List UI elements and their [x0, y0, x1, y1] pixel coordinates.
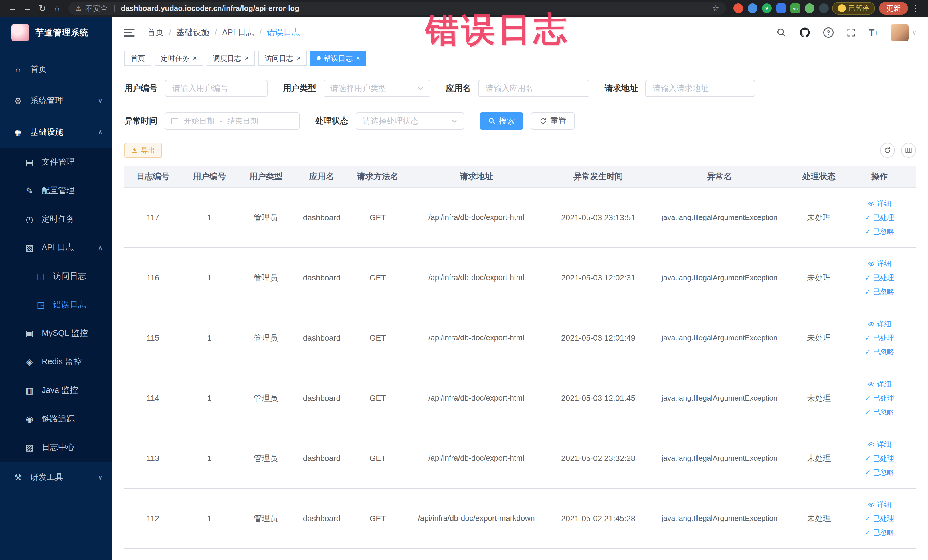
paused-badge[interactable]: 已暂停 [832, 2, 875, 15]
app-logo[interactable]: 芋道管理系统 [0, 17, 112, 49]
cell-app-name: dashboard [295, 368, 349, 428]
cell-user-type: 管理员 [237, 368, 295, 428]
tab-home[interactable]: 首页 [124, 51, 151, 66]
close-icon[interactable]: × [193, 54, 197, 62]
font-size-icon[interactable]: TT [869, 28, 878, 37]
log-center-icon: ▨ [24, 443, 35, 452]
detail-link[interactable]: 详细 [868, 259, 891, 269]
ignored-link[interactable]: ✓已忽略 [865, 528, 894, 537]
detail-link[interactable]: 详细 [868, 500, 891, 509]
search-button[interactable]: 搜索 [479, 112, 524, 130]
sidebar-item-system-management[interactable]: ⚙ 系统管理 ∨ [0, 85, 112, 116]
sidebar-collapse-button[interactable] [124, 29, 135, 37]
processed-link[interactable]: ✓已处理 [865, 213, 894, 222]
user-avatar[interactable]: ∨ [891, 24, 917, 41]
sidebar-item-mysql-monitor[interactable]: ▣ MySQL 监控 [0, 319, 112, 348]
ignored-label: 已忽略 [873, 287, 894, 296]
detail-link[interactable]: 详细 [868, 199, 891, 208]
cell-actions: 详细 ✓已处理 ✓已忽略 [849, 248, 910, 308]
export-button[interactable]: 导出 [124, 143, 162, 158]
close-icon[interactable]: × [297, 54, 301, 62]
sidebar-item-file-management[interactable]: ▤ 文件管理 [0, 148, 112, 176]
process-status-select[interactable]: 请选择处理状态 [356, 112, 464, 130]
extension-icon-6[interactable] [805, 3, 815, 13]
chrome-update-button[interactable]: 更新 [879, 2, 908, 15]
close-icon[interactable]: × [245, 54, 249, 62]
extension-icon-7[interactable] [819, 3, 829, 13]
sidebar-item-trace[interactable]: ◉ 链路追踪 [0, 404, 112, 433]
detail-label: 详细 [877, 259, 891, 269]
reset-button[interactable]: 重置 [531, 112, 575, 130]
check-icon: ✓ [865, 214, 870, 222]
home-button[interactable]: ⌂ [50, 3, 64, 14]
search-icon[interactable] [777, 27, 786, 37]
close-icon[interactable]: × [356, 54, 360, 62]
column-visibility-button[interactable] [901, 143, 916, 158]
tab-access-log[interactable]: 访问日志 × [258, 51, 307, 66]
back-button[interactable]: ← [5, 3, 20, 14]
processed-link[interactable]: ✓已处理 [865, 394, 894, 403]
help-icon[interactable]: ? [823, 27, 833, 38]
extension-icon-3[interactable]: V [762, 3, 772, 13]
detail-link[interactable]: 详细 [868, 319, 891, 329]
extension-icon-1[interactable] [733, 3, 743, 13]
fullscreen-icon[interactable] [847, 28, 856, 37]
sidebar-item-scheduled-jobs[interactable]: ◷ 定时任务 [0, 205, 112, 233]
sidebar-item-redis-monitor[interactable]: ◈ Redis 监控 [0, 348, 112, 376]
ignored-link[interactable]: ✓已忽略 [865, 347, 894, 357]
sidebar-item-error-log[interactable]: ◳ 错误日志 [0, 290, 112, 319]
tab-error-log[interactable]: 错误日志 × [310, 51, 366, 66]
address-bar[interactable]: ⚠ 不安全 dashboard.yudao.iocoder.cn/infra/l… [69, 2, 726, 15]
check-icon: ✓ [865, 288, 870, 296]
check-icon: ✓ [865, 515, 870, 523]
ignored-link[interactable]: ✓已忽略 [865, 407, 894, 417]
extension-icon-4[interactable] [776, 3, 786, 13]
cell-exception-time: 2021-05-03 12:02:31 [546, 248, 650, 308]
tab-scheduled-jobs[interactable]: 定时任务 × [155, 51, 203, 66]
cell-user-type: 管理员 [237, 248, 295, 308]
tab-schedule-log[interactable]: 调度日志 × [206, 51, 255, 66]
breadcrumb-item[interactable]: 首页 [147, 27, 164, 38]
refresh-icon [539, 117, 547, 125]
cell-app-name: dashboard [295, 308, 349, 368]
sidebar-item-java-monitor[interactable]: ▥ Java 监控 [0, 376, 112, 404]
detail-link[interactable]: 详细 [868, 439, 891, 449]
eye-icon [868, 502, 875, 507]
processed-link[interactable]: ✓已处理 [865, 453, 894, 463]
cell-log-id: 112 [124, 489, 182, 548]
caret-down-icon: ∨ [912, 29, 917, 36]
app-name-input[interactable] [478, 80, 589, 97]
processed-link[interactable]: ✓已处理 [865, 514, 894, 523]
cell-method: GET [349, 308, 406, 368]
sidebar-item-config-management[interactable]: ✎ 配置管理 [0, 176, 112, 205]
request-url-input[interactable] [645, 80, 755, 97]
reload-button[interactable]: ↻ [35, 3, 50, 14]
ignored-link[interactable]: ✓已忽略 [865, 227, 894, 236]
breadcrumb-item[interactable]: 基础设施 [176, 27, 209, 38]
refresh-button[interactable] [880, 143, 895, 158]
omnibox-divider [114, 5, 114, 12]
bookmark-star-icon[interactable]: ☆ [712, 4, 719, 13]
extension-icon-5[interactable]: on [791, 3, 800, 13]
user-type-select[interactable]: 请选择用户类型 [324, 80, 430, 97]
sidebar-item-dev-tools[interactable]: ⚒ 研发工具 ∨ [0, 462, 112, 493]
sidebar-item-api-logs[interactable]: ▧ API 日志 ∧ [0, 233, 112, 262]
ignored-link[interactable]: ✓已忽略 [865, 468, 894, 477]
browser-chrome: ← → ↻ ⌂ ⚠ 不安全 dashboard.yudao.iocoder.cn… [0, 0, 928, 17]
user-id-input[interactable] [165, 80, 267, 97]
sidebar-item-home[interactable]: ⌂ 首页 [0, 53, 112, 85]
extension-icon-2[interactable] [748, 3, 757, 13]
ignored-link[interactable]: ✓已忽略 [865, 287, 894, 296]
cell-user-id: 1 [182, 248, 237, 308]
detail-link[interactable]: 详细 [868, 379, 891, 389]
chrome-menu-icon[interactable]: ⋮ [908, 3, 923, 14]
breadcrumb-item[interactable]: API 日志 [222, 27, 254, 38]
sidebar-item-infrastructure[interactable]: ▦ 基础设施 ∧ [0, 116, 112, 148]
forward-button[interactable]: → [20, 3, 35, 14]
sidebar-item-access-log[interactable]: ◲ 访问日志 [0, 262, 112, 290]
processed-link[interactable]: ✓已处理 [865, 273, 894, 282]
exception-time-range-picker[interactable]: 开始日期 - 结束日期 [165, 112, 300, 130]
processed-link[interactable]: ✓已处理 [865, 333, 894, 343]
github-icon[interactable] [799, 27, 810, 38]
sidebar-item-log-center[interactable]: ▨ 日志中心 [0, 433, 112, 462]
